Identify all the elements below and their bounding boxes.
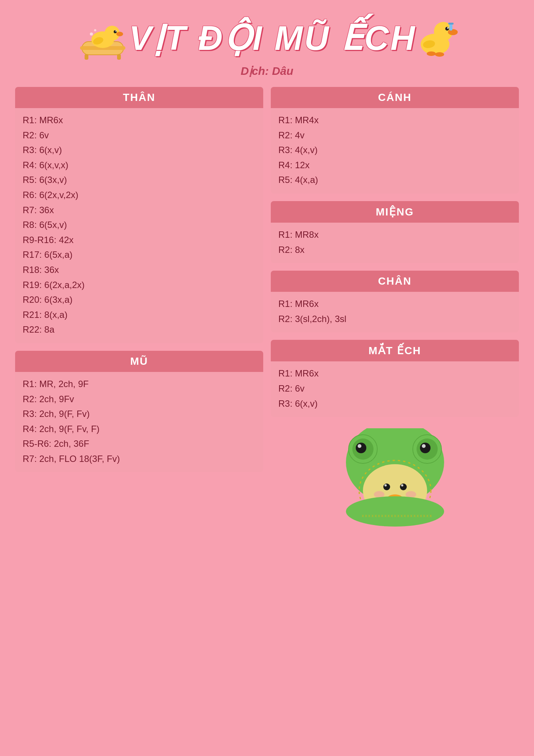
svg-point-13: [90, 33, 93, 36]
svg-point-35: [383, 483, 390, 490]
mu-header: MŨ: [15, 351, 263, 372]
left-column: THÂN R1: MR6x R2: 6v R3: 6(x,v) R4: 6(x,…: [15, 87, 263, 534]
svg-point-36: [384, 484, 387, 486]
mieng-r2: R2: 8x: [278, 242, 511, 257]
frog-illustration: x x x x x x x x x x x x x x x x x x x x …: [335, 428, 455, 534]
canh-r5: R5: 4(x,a): [278, 172, 511, 187]
main-title: VỊT ĐỘI MŨ ẾCH: [129, 18, 417, 58]
svg-point-44: [346, 496, 444, 527]
mu-r1: R1: MR, 2ch, 9F: [23, 376, 256, 392]
than-r6: R6: 6(2x,v,2x): [23, 187, 256, 203]
mieng-section: MIỆNG R1: MR8x R2: 8x: [271, 201, 519, 263]
header: VỊT ĐỘI MŨ ẾCH: [15, 11, 519, 62]
canh-r1: R1: MR4x: [278, 113, 511, 128]
svg-point-31: [420, 443, 431, 453]
mu-r6: R7: 2ch, FLO 18(3F, Fv): [23, 451, 256, 466]
svg-rect-23: [449, 24, 452, 31]
mu-body: R1: MR, 2ch, 9F R2: 2ch, 9Fv R3: 2ch, 9(…: [15, 372, 263, 472]
svg-point-37: [400, 483, 407, 490]
duck-left-icon: [76, 15, 129, 60]
than-r8: R8: 6(5x,v): [23, 217, 256, 232]
canh-section: CÁNH R1: MR4x R2: 4v R3: 4(x,v) R4: 12x …: [271, 87, 519, 194]
mat-ech-section: MẮT ẾCH R1: MR6x R2: 6v R3: 6(x,v): [271, 340, 519, 417]
svg-point-10: [115, 31, 116, 32]
canh-body: R1: MR4x R2: 4v R3: 4(x,v) R4: 12x R5: 4…: [271, 108, 519, 194]
mu-r3: R3: 2ch, 9(F, Fv): [23, 406, 256, 421]
than-section: THÂN R1: MR6x R2: 6v R3: 6(x,v) R4: 6(x,…: [15, 87, 263, 343]
canh-r2: R2: 4v: [278, 128, 511, 143]
duck-right-icon: [416, 17, 458, 59]
right-column: CÁNH R1: MR4x R2: 4v R3: 4(x,v) R4: 12x …: [271, 87, 519, 534]
than-r2: R2: 6v: [23, 128, 256, 143]
svg-rect-2: [85, 54, 88, 60]
than-r5: R5: 6(3x,v): [23, 172, 256, 187]
chan-section: CHÂN R1: MR6x R2: 3(sl,2ch), 3sl: [271, 271, 519, 332]
mat-ech-body: R1: MR6x R2: 6v R3: 6(x,v): [271, 361, 519, 417]
than-r12: R19: 6(2x,a,2x): [23, 277, 256, 293]
main-title-container: VỊT ĐỘI MŨ ẾCH: [129, 18, 417, 58]
subtitle: Dịch: Dâu: [15, 64, 519, 77]
frog-image-container: x x x x x x x x x x x x x x x x x x x x …: [271, 428, 519, 534]
canh-r3: R3: 4(x,v): [278, 143, 511, 158]
than-r11: R18: 36x: [23, 262, 256, 277]
svg-point-18: [447, 27, 449, 29]
mu-r2: R2: 2ch, 9Fv: [23, 392, 256, 407]
canh-header: CÁNH: [271, 87, 519, 108]
canh-r4: R4: 12x: [278, 158, 511, 173]
mu-r4: R4: 2ch, 9(F, Fv, F): [23, 421, 256, 437]
mu-section: MŨ R1: MR, 2ch, 9F R2: 2ch, 9Fv R3: 2ch,…: [15, 351, 263, 472]
mu-r5: R5-R6: 2ch, 36F: [23, 436, 256, 451]
svg-point-22: [435, 52, 444, 57]
mat-ech-r2: R2: 6v: [278, 381, 511, 396]
svg-rect-24: [448, 23, 454, 25]
svg-point-19: [448, 29, 458, 35]
svg-point-21: [427, 51, 436, 56]
than-r15: R22: 8a: [23, 322, 256, 337]
mieng-header: MIỆNG: [271, 201, 519, 223]
svg-text:x x x x x x x x x x x x x x x : x x x x x x x x x x x x x x x x x x x x …: [362, 513, 432, 518]
svg-point-14: [94, 29, 96, 31]
chan-body: R1: MR6x R2: 3(sl,2ch), 3sl: [271, 292, 519, 332]
mieng-body: R1: MR8x R2: 8x: [271, 223, 519, 263]
than-r10: R17: 6(5x,a): [23, 247, 256, 262]
svg-point-33: [422, 444, 426, 448]
svg-point-17: [445, 27, 449, 31]
chan-r2: R2: 3(sl,2ch), 3sl: [278, 311, 511, 327]
than-r3: R3: 6(x,v): [23, 143, 256, 158]
mat-ech-header: MẮT ẾCH: [271, 340, 519, 361]
chan-r1: R1: MR6x: [278, 296, 511, 311]
than-r9: R9-R16: 42x: [23, 232, 256, 248]
than-r13: R20: 6(3x,a): [23, 292, 256, 307]
than-r7: R7: 36x: [23, 203, 256, 218]
svg-point-32: [358, 444, 361, 448]
svg-rect-3: [117, 54, 121, 60]
than-header: THÂN: [15, 87, 263, 108]
mieng-r1: R1: MR8x: [278, 227, 511, 242]
chan-header: CHÂN: [271, 271, 519, 292]
svg-point-30: [356, 443, 366, 453]
content-grid: THÂN R1: MR6x R2: 6v R3: 6(x,v) R4: 6(x,…: [15, 87, 519, 534]
than-body: R1: MR6x R2: 6v R3: 6(x,v) R4: 6(x,v,x) …: [15, 108, 263, 343]
svg-point-38: [401, 484, 403, 486]
than-r1: R1: MR6x: [23, 113, 256, 128]
than-r4: R4: 6(x,v,x): [23, 158, 256, 173]
than-r14: R21: 8(x,a): [23, 307, 256, 322]
svg-point-11: [116, 32, 123, 36]
mat-ech-r1: R1: MR6x: [278, 366, 511, 381]
mat-ech-r3: R3: 6(x,v): [278, 396, 511, 411]
